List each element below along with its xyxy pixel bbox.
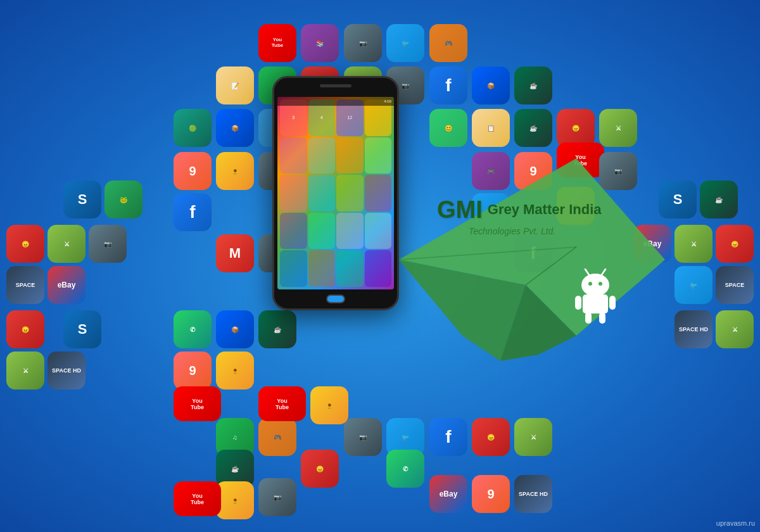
list-item: ✆ xyxy=(386,450,424,488)
list-item: 😠 xyxy=(472,418,510,456)
list-item xyxy=(365,213,392,250)
list-item: 😊 xyxy=(429,109,467,147)
phone-home-button[interactable] xyxy=(326,294,345,303)
svg-point-5 xyxy=(581,274,609,296)
paper-plane-svg xyxy=(399,158,665,361)
list-item: ✆ xyxy=(174,310,212,348)
phone-screen: 4:00 3 4 12 xyxy=(277,97,394,289)
svg-point-7 xyxy=(598,282,602,286)
list-item: 😠 xyxy=(716,225,754,263)
list-item: f xyxy=(174,193,212,231)
list-item: 🟢 xyxy=(174,109,212,147)
list-item: SPACE HD xyxy=(514,475,552,513)
list-item xyxy=(336,213,364,250)
list-item: ☕ xyxy=(700,180,738,218)
list-item: M xyxy=(216,234,254,272)
list-item: 🌻 xyxy=(216,352,254,390)
gmi-logo-airplane: GMI Grey Matter India Technologies Pvt. … xyxy=(399,158,665,361)
list-item: f xyxy=(429,418,467,456)
list-item: 📚 xyxy=(301,24,339,62)
list-item: ⚔ xyxy=(674,225,712,263)
list-item: ⚔ xyxy=(6,352,44,390)
svg-rect-14 xyxy=(599,312,605,324)
list-item xyxy=(308,213,336,250)
gmi-company-text: Grey Matter India xyxy=(488,202,602,217)
svg-rect-12 xyxy=(609,296,616,310)
list-item xyxy=(336,137,364,174)
list-item: 🌻 xyxy=(310,386,348,424)
phone-mockup: 4:00 3 4 12 xyxy=(272,76,399,310)
list-item: YouTube xyxy=(174,481,221,516)
list-item: YouTube xyxy=(258,386,306,421)
list-item: S xyxy=(63,310,101,348)
list-item: SPACE xyxy=(6,266,44,304)
list-item xyxy=(308,250,336,287)
list-item xyxy=(308,137,336,174)
list-item: f xyxy=(429,66,467,104)
list-item: 🐦 xyxy=(674,266,712,304)
phone-device: 4:00 3 4 12 xyxy=(272,76,399,310)
list-item: 🎮 xyxy=(429,24,467,62)
gmi-logo-text: GMI xyxy=(437,196,483,224)
list-item: 9 xyxy=(174,152,212,190)
watermark: upravasm.ru xyxy=(716,519,755,527)
gmi-company-name: Grey Matter India xyxy=(488,202,602,217)
svg-rect-10 xyxy=(583,294,608,314)
list-item xyxy=(280,137,307,174)
list-item: SPACE HD xyxy=(674,310,712,348)
list-item: 🌻 xyxy=(216,481,254,519)
list-item: 📷 xyxy=(344,24,382,62)
watermark-text: upravasm.ru xyxy=(716,519,755,527)
list-item: ☕ xyxy=(258,310,296,348)
gmi-brand: GMI Grey Matter India Technologies Pvt. … xyxy=(437,196,602,236)
list-item: ☕ xyxy=(514,109,552,147)
svg-rect-11 xyxy=(575,296,581,310)
list-item xyxy=(336,250,364,287)
phone-status-bar: 4:00 xyxy=(277,97,394,106)
list-item: ⚔ xyxy=(514,418,552,456)
list-item: SPACE HD xyxy=(48,352,86,390)
phone-home-screen: 3 4 12 xyxy=(277,97,394,289)
list-item: 😠 xyxy=(6,225,44,263)
list-item: 🌻 xyxy=(216,152,254,190)
list-item: ☕ xyxy=(514,66,552,104)
gmi-subtitle: Technologies Pvt. Ltd. xyxy=(469,226,602,236)
list-item: 😠 xyxy=(557,109,595,147)
list-item xyxy=(280,250,307,287)
list-item: 😠 xyxy=(6,310,44,348)
list-item: ⚔ xyxy=(716,310,754,348)
list-item: 📷 xyxy=(344,418,382,456)
list-item: 🐦 xyxy=(386,24,424,62)
list-item xyxy=(280,175,307,212)
list-item xyxy=(365,250,392,287)
phone-speaker xyxy=(320,84,352,87)
list-item: S xyxy=(63,180,101,218)
list-item xyxy=(336,175,364,212)
list-item: 9 xyxy=(174,352,212,390)
list-item: 📋 xyxy=(472,109,510,147)
list-item xyxy=(365,137,392,174)
list-item: YouTube xyxy=(258,24,296,62)
list-item: 📦 xyxy=(216,109,254,147)
phone-time: 4:00 xyxy=(384,99,391,103)
list-item: SPACE xyxy=(716,266,754,304)
list-item: eBay xyxy=(48,266,86,304)
list-item: eBay xyxy=(429,475,467,513)
list-item: 🐸 xyxy=(104,180,142,218)
list-item xyxy=(365,175,392,212)
svg-rect-13 xyxy=(585,312,592,324)
svg-point-6 xyxy=(588,282,592,286)
list-item: 📷 xyxy=(258,478,296,516)
list-item: ⚔ xyxy=(599,109,637,147)
list-item: 📦 xyxy=(472,66,510,104)
list-item xyxy=(280,213,307,250)
list-item: 📦 xyxy=(216,310,254,348)
list-item: 📷 xyxy=(89,225,127,263)
list-item xyxy=(308,175,336,212)
list-item: 😠 xyxy=(301,450,339,488)
list-item: 9 xyxy=(472,475,510,513)
list-item: ⚔ xyxy=(48,225,86,263)
list-item: 📝 xyxy=(216,66,254,104)
list-item: 🎮 xyxy=(258,418,296,456)
list-item: YouTube xyxy=(174,386,221,421)
